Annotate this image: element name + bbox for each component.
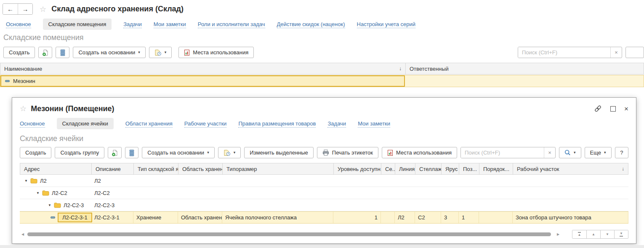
tab-moi-zametki[interactable]: Мои заметки [154, 21, 186, 27]
maximize-icon[interactable] [610, 106, 616, 112]
clear-search-icon[interactable]: × [544, 147, 555, 158]
item-marker-icon [5, 80, 10, 82]
tab-zadachi[interactable]: Задачи [123, 21, 142, 27]
column-header-responsible[interactable]: Ответственный [406, 63, 644, 74]
more-button[interactable]: Еще ▾ [585, 147, 612, 158]
page-bottom-strip [0, 245, 644, 248]
back-icon: ← [7, 5, 13, 13]
new-item-button[interactable] [38, 47, 52, 58]
tab-nastroyki-ucheta-seriy[interactable]: Настройки учета серий [357, 21, 416, 27]
edit-selected-button[interactable]: Изменить выделенные [244, 147, 314, 158]
scroll-right-icon[interactable]: ▶ [555, 232, 561, 236]
create-group-button[interactable]: Создать группу [55, 147, 104, 158]
folder-icon [54, 202, 61, 208]
column-header-name[interactable]: Наименование ↓ [0, 63, 406, 74]
clear-search-icon[interactable]: × [610, 47, 622, 58]
column-header-address[interactable]: Адрес [20, 163, 92, 174]
column-header-access-level[interactable]: Уровень доступн... [334, 163, 381, 174]
column-header-series[interactable]: Се... [381, 163, 395, 174]
active-cell[interactable]: Л2-С2-3-1 [58, 213, 92, 222]
tab-osnovnoe-dialog[interactable]: Основное [20, 120, 45, 127]
dropdown-arrow-icon: ▾ [574, 151, 576, 155]
column-header-size-type[interactable]: Типоразмер [223, 163, 334, 174]
dropdown-arrow-icon: ▾ [165, 51, 167, 54]
back-button[interactable]: ← [3, 4, 18, 14]
active-cell[interactable]: Мезонин [0, 75, 405, 87]
collapse-triangle-icon[interactable]: ▼ [24, 179, 28, 183]
cell-responsible[interactable] [405, 75, 644, 87]
help-button[interactable]: ? [615, 147, 628, 158]
printer-icon [322, 149, 329, 156]
horizontal-scrollbar[interactable] [26, 230, 555, 238]
advanced-search-button[interactable]: ▾ [559, 147, 581, 158]
usage-places-icon [184, 49, 190, 56]
usage-places-icon [387, 149, 393, 156]
create-based-on-button[interactable]: Создать на основании ▾ [73, 47, 145, 58]
premises-table: Наименование ↓ Ответственный Мезонин [0, 63, 644, 87]
column-header-rack[interactable]: Стеллаж [415, 163, 442, 174]
column-header-cell-type[interactable]: Тип складской я... [134, 163, 178, 174]
collapse-triangle-icon[interactable]: ▼ [36, 191, 40, 195]
tab-oblasti-hraneniya[interactable]: Области хранения [125, 120, 173, 127]
dialog-window-controls: × [594, 105, 628, 112]
usage-places-button[interactable]: Места использования [382, 147, 457, 158]
app-window: ← → ☆ Склад адресного хранения (Склад) О… [0, 0, 644, 248]
table-row-group-l2-s2-3[interactable]: ▼ Л2-С2-3 Л2-С2-3 [20, 199, 628, 211]
create-based-on-button[interactable]: Создать на основании ▾ [142, 147, 214, 158]
tab-osnovnoe[interactable]: Основное [6, 21, 31, 27]
column-header-tier[interactable]: Ярус [442, 163, 459, 174]
dialog-title-bar: ☆ Мезонин (Помещение) × [20, 103, 628, 115]
document-history-button[interactable]: ▾ [149, 47, 172, 58]
usage-places-button[interactable]: Места использования [178, 47, 254, 58]
go-first-icon: ▲ [578, 232, 581, 237]
favorite-star-icon[interactable]: ☆ [20, 104, 27, 113]
tab-moi-zametki-dialog[interactable]: Мои заметки [358, 120, 390, 127]
table-row-group-l2[interactable]: ▼ Л2 Л2 [20, 175, 628, 187]
column-header-description[interactable]: Описание [92, 163, 134, 174]
go-up-button[interactable]: ▲ [586, 230, 600, 238]
dialog-tab-bar: Основное Складские ячейки Области хранен… [20, 118, 628, 129]
table-row-mezonin[interactable]: Мезонин [0, 75, 644, 87]
scroll-left-icon[interactable]: ◀ [20, 232, 26, 236]
document-history-button[interactable]: ▾ [218, 147, 241, 158]
tab-deystvie-skidok[interactable]: Действие скидок (наценок) [277, 21, 345, 27]
go-last-button[interactable]: ▼ [614, 230, 628, 238]
favorite-star-icon[interactable]: ☆ [40, 5, 46, 14]
print-labels-button[interactable]: Печать этикеток [317, 147, 378, 158]
column-header-position[interactable]: Поз... [459, 163, 479, 174]
search-input[interactable] [461, 147, 544, 158]
list-view-button[interactable] [125, 147, 138, 158]
new-item-button[interactable] [108, 147, 121, 158]
column-header-work-area[interactable]: Рабочий участок ↓ [513, 163, 628, 174]
down-icon: ▼ [606, 233, 609, 236]
go-first-button[interactable]: ▲ [572, 230, 586, 238]
list-icon [129, 149, 134, 156]
search-input[interactable] [518, 47, 610, 58]
cells-table: Адрес Описание Тип складской я... Област… [20, 163, 628, 224]
tab-zadachi-dialog[interactable]: Задачи [327, 120, 346, 127]
list-view-button[interactable] [56, 47, 69, 58]
search-options-button[interactable] [625, 47, 644, 58]
close-icon[interactable]: × [624, 105, 628, 112]
tab-pravila-razmescheniya[interactable]: Правила размещения товаров [238, 120, 316, 127]
link-icon[interactable] [594, 105, 602, 112]
scrollbar-thumb[interactable] [27, 232, 551, 236]
table-row-cell-l2-s2-3-1[interactable]: Л2-С2-3-1 Л2-С2-3-1 Хранение Область хра… [20, 211, 628, 224]
go-down-button[interactable]: ▼ [600, 230, 614, 238]
column-header-line[interactable]: Линия [395, 163, 415, 174]
cells-table-header: Адрес Описание Тип складской я... Област… [20, 163, 628, 175]
column-header-storage-area[interactable]: Область хранения [178, 163, 223, 174]
tab-rabochie-uchastki[interactable]: Рабочие участки [184, 120, 227, 127]
item-marker-icon [51, 216, 55, 219]
tab-skladskie-yacheyki[interactable]: Складские ячейки [57, 118, 114, 129]
create-button[interactable]: Создать [20, 147, 51, 158]
table-row-group-l2-s2[interactable]: ▼ Л2-С2 Л2-С2 [20, 187, 628, 199]
forward-button[interactable]: → [18, 4, 32, 14]
column-header-order[interactable]: Порядок... [479, 163, 513, 174]
page-title: Склад адресного хранения (Склад) [51, 5, 184, 13]
tab-skladskie-pomescheniya[interactable]: Складские помещения [43, 19, 112, 30]
tab-roli-i-ispolniteli[interactable]: Роли и исполнители задач [198, 21, 265, 27]
create-button[interactable]: Создать [3, 47, 35, 58]
list-icon [60, 49, 65, 56]
collapse-triangle-icon[interactable]: ▼ [48, 203, 51, 207]
